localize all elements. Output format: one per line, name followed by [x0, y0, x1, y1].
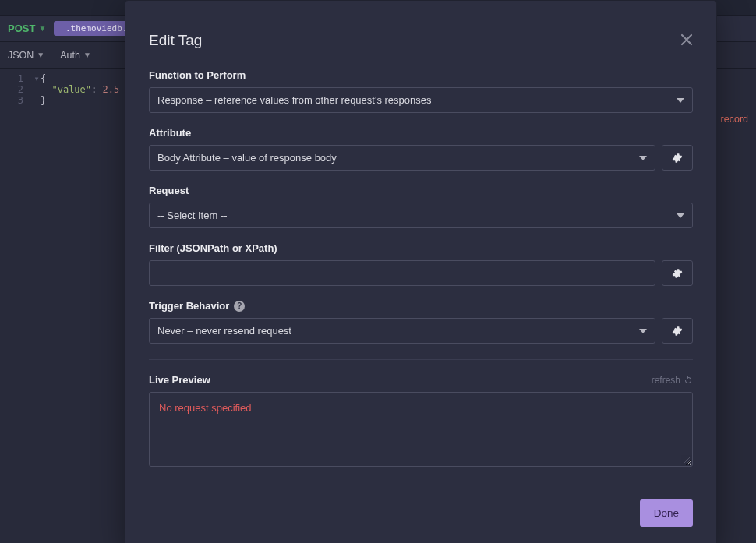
preview-error-text: No request specified — [159, 402, 252, 414]
trigger-label: Trigger Behavior ? — [149, 300, 693, 312]
attribute-label: Attribute — [149, 127, 693, 139]
preview-label: Live Preview — [149, 374, 210, 386]
preview-box: No request specified — [149, 392, 693, 467]
filter-input[interactable] — [149, 260, 655, 286]
request-label: Request — [149, 185, 693, 196]
chevron-down-icon: ▼ — [38, 24, 46, 33]
refresh-icon — [684, 376, 693, 385]
trigger-select[interactable]: Never – never resend request — [149, 318, 655, 344]
section-divider — [149, 359, 693, 360]
help-icon[interactable]: ? — [234, 301, 245, 312]
request-select[interactable]: -- Select Item -- — [149, 203, 693, 228]
filter-settings-button[interactable] — [662, 260, 693, 286]
edit-tag-modal: Edit Tag Function to Perform Response – … — [125, 0, 717, 543]
modal-title: Edit Tag — [149, 32, 693, 49]
gear-icon — [672, 153, 683, 164]
close-button[interactable] — [680, 33, 693, 46]
resize-handle-icon[interactable] — [683, 457, 691, 464]
close-icon — [680, 33, 693, 46]
done-button[interactable]: Done — [640, 499, 693, 527]
attribute-select[interactable]: Body Attribute – value of response body — [149, 145, 655, 171]
function-label: Function to Perform — [149, 69, 693, 81]
chevron-down-icon: ▼ — [83, 51, 91, 59]
function-select[interactable]: Response – reference values from other r… — [149, 87, 693, 113]
gear-icon — [672, 326, 683, 337]
attribute-settings-button[interactable] — [662, 145, 693, 171]
tab-auth[interactable]: Auth ▼ — [60, 50, 91, 61]
refresh-button[interactable]: refresh — [652, 375, 693, 386]
right-hint-text: record — [721, 114, 748, 125]
filter-label: Filter (JSONPath or XPath) — [149, 242, 693, 254]
chevron-down-icon: ▼ — [37, 51, 44, 59]
http-method-dropdown[interactable]: POST ▼ — [8, 23, 46, 34]
http-method-label: POST — [8, 23, 35, 34]
gear-icon — [672, 268, 683, 279]
tab-body-json[interactable]: JSON ▼ — [8, 50, 44, 61]
trigger-settings-button[interactable] — [662, 318, 693, 344]
